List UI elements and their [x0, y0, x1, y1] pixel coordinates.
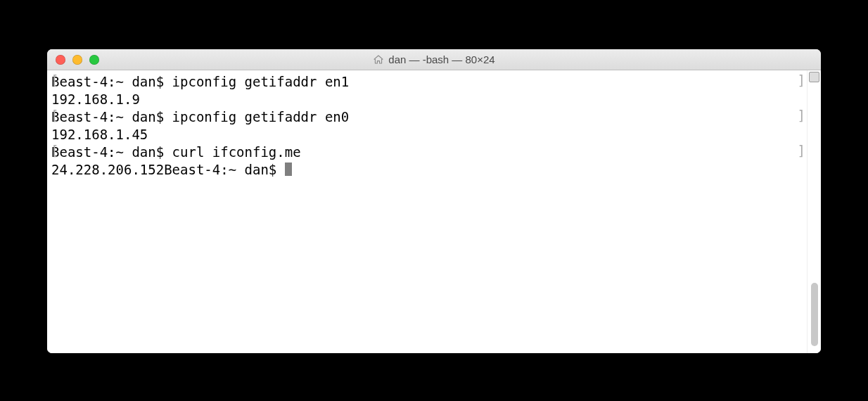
minimize-icon[interactable]: [72, 55, 82, 65]
window-title: dan — -bash — 80×24: [47, 53, 821, 65]
terminal-line: 192.168.1.9: [51, 91, 803, 108]
window-title-text: dan — -bash — 80×24: [388, 53, 494, 65]
right-gutter: [807, 70, 821, 353]
terminal-line: Beast-4:~ dan$ ipconfig getifaddr en1: [51, 73, 803, 91]
zoom-icon[interactable]: [89, 55, 99, 65]
terminal-line: 24.228.206.152Beast-4:~ dan$: [51, 161, 803, 179]
close-icon[interactable]: [56, 55, 65, 65]
terminal-line: Beast-4:~ dan$ ipconfig getifaddr en0: [51, 108, 803, 126]
tab-button[interactable]: [809, 72, 819, 82]
titlebar[interactable]: dan — -bash — 80×24: [47, 49, 821, 70]
home-icon: [373, 54, 384, 65]
terminal-surface[interactable]: Beast-4:~ dan$ ipconfig getifaddr en1192…: [47, 70, 807, 353]
cursor-icon: [285, 163, 292, 176]
scrollbar-thumb[interactable]: [811, 283, 818, 346]
terminal-window: dan — -bash — 80×24 Beast-4:~ dan$ ipcon…: [47, 49, 821, 353]
terminal-line: 192.168.1.45: [51, 126, 803, 144]
terminal-line: Beast-4:~ dan$ curl ifconfig.me: [51, 144, 803, 161]
traffic-lights: [47, 55, 99, 65]
